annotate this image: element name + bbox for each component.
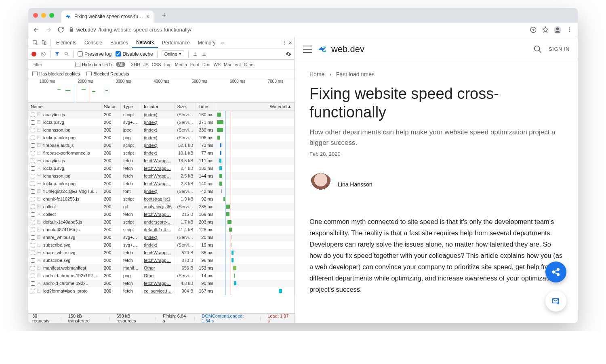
file-icon [37, 220, 42, 224]
filter-type-manifest[interactable]: Manifest [224, 62, 241, 67]
close-tab-icon[interactable]: × [146, 13, 149, 20]
forward-button[interactable] [44, 26, 53, 34]
table-row[interactable]: lockup-color.png200fetchfetchWrapp…2.8 k… [28, 180, 295, 188]
filter-type-media[interactable]: Media [175, 62, 187, 67]
column-name[interactable]: Name [28, 103, 101, 111]
table-row[interactable]: manifest.webmanifest200manif…Other656 B1… [28, 264, 295, 272]
column-size[interactable]: Size [175, 103, 196, 111]
table-row[interactable]: lockup-color.png200png(index)(Servi…106 … [28, 134, 295, 142]
minimize-window-button[interactable] [41, 13, 46, 18]
table-row[interactable]: lockup.svg200svg+…(index)(Servi…371 ms [28, 119, 295, 126]
disable-cache-checkbox[interactable]: Disable cache [116, 51, 153, 57]
search-icon[interactable] [64, 51, 69, 56]
bookmark-button[interactable] [541, 26, 549, 34]
devtools-close-icon[interactable]: × [288, 39, 292, 46]
filter-type-xhr[interactable]: XHR [131, 62, 140, 67]
close-window-button[interactable] [33, 13, 38, 18]
column-status[interactable]: Status [101, 103, 120, 111]
breadcrumb-category[interactable]: Fast load times [336, 71, 375, 77]
inspect-element-icon[interactable] [31, 37, 40, 48]
breadcrumb-home[interactable]: Home [309, 71, 324, 77]
table-row[interactable]: analytics.js200fetchfetchWrapp…18.5 kB11… [28, 157, 295, 165]
table-row[interactable]: firebase-performance.js200script(index)1… [28, 149, 295, 157]
column-initiator[interactable]: Initiator [141, 103, 175, 111]
blocked-requests-checkbox[interactable]: Blocked Requests [86, 71, 129, 76]
devtools-tab-elements[interactable]: Elements [52, 37, 80, 48]
column-waterfall[interactable]: Waterfall ▲ [216, 103, 295, 111]
file-icon [37, 250, 42, 255]
maximize-window-button[interactable] [49, 13, 54, 18]
table-row[interactable]: log?format=json_proto200fetchcc_service.… [28, 287, 295, 295]
browser-tab[interactable]: Fixing website speed cross-fu… × [61, 10, 154, 23]
back-button[interactable] [32, 26, 40, 34]
filter-type-ws[interactable]: WS [213, 62, 221, 67]
table-row[interactable]: collect200gifanalytics.js:36(Servi…235 m… [28, 203, 295, 211]
filter-type-js[interactable]: JS [143, 62, 149, 67]
profile-button[interactable] [553, 26, 562, 34]
svg-point-20 [38, 183, 40, 184]
filter-icon[interactable] [55, 51, 60, 56]
reload-button[interactable] [57, 26, 65, 34]
devtools-tab-performance[interactable]: Performance [158, 37, 194, 48]
table-row[interactable]: share_white.svg200fetchfetchWrapp…520 B8… [28, 249, 295, 257]
table-row[interactable]: firebase-auth.js200script(index)52.1 kB7… [28, 142, 295, 149]
table-row[interactable]: subscribe.svg200fetchfetchWrapp…870 B96 … [28, 257, 295, 264]
menu-button[interactable] [566, 26, 574, 34]
device-toolbar-icon[interactable] [40, 37, 48, 48]
file-icon [37, 189, 42, 194]
subscribe-button[interactable] [545, 291, 566, 312]
timeline-overview[interactable]: 1000 ms2000 ms3000 ms4000 ms5000 ms6000 … [28, 78, 295, 103]
table-row[interactable]: analytics.js200script(index)(Servi…160 m… [28, 111, 295, 119]
filter-type-css[interactable]: CSS [152, 62, 161, 67]
table-row[interactable]: chunk-fc110256.js200scriptbootstrap.js:1… [28, 195, 295, 203]
record-button[interactable] [32, 52, 36, 56]
import-har-icon[interactable] [193, 52, 198, 56]
filter-type-img[interactable]: Img [164, 62, 171, 67]
column-time[interactable]: Time [196, 103, 216, 111]
status-load: Load: 1.97 s [267, 314, 290, 323]
hide-data-urls-checkbox[interactable]: Hide data URLs [75, 62, 114, 67]
table-row[interactable]: collect200fetchfetchWrapp…215 B169 ms [28, 211, 295, 218]
devtools-tab-console[interactable]: Console [80, 37, 106, 48]
table-row[interactable]: lchansson.jpg200fetchfetchWrapp…2.5 kB14… [28, 172, 295, 180]
clear-button[interactable] [40, 51, 46, 57]
table-row[interactable]: lchansson.jpg200jpeg(index)(Servi…339 ms [28, 126, 295, 134]
more-tabs-icon[interactable]: » [221, 37, 224, 48]
table-row[interactable]: android-chrome-192x192.…200pngOther(Serv… [28, 272, 295, 280]
table-row[interactable]: share_white.svg200svg+…(index)(Servi…20 … [28, 234, 295, 241]
hamburger-icon[interactable] [303, 46, 312, 53]
devtools-tab-sources[interactable]: Sources [106, 37, 132, 48]
address-bar[interactable]: web.dev/fixing-website-speed-cross-funct… [69, 27, 525, 33]
filter-all-button[interactable]: All [116, 62, 125, 67]
filter-type-font[interactable]: Font [190, 62, 199, 67]
filter-type-other[interactable]: Other [244, 62, 255, 67]
devtools-tab-network[interactable]: Network [132, 37, 158, 48]
author-name[interactable]: Lina Hansson [338, 181, 372, 188]
filter-input[interactable] [32, 62, 73, 67]
signin-link[interactable]: SIGN IN [549, 46, 570, 52]
file-icon [37, 128, 42, 132]
preserve-log-checkbox[interactable]: Preserve log [78, 51, 112, 57]
table-row[interactable]: chunk-48741f6b.js200scriptdefault-1e4…41… [28, 226, 295, 234]
column-type[interactable]: Type [120, 103, 141, 111]
share-button[interactable] [545, 261, 566, 282]
tab-title: Fixing website speed cross-fu… [74, 14, 143, 19]
search-icon[interactable] [533, 45, 542, 54]
export-har-icon[interactable] [202, 52, 206, 56]
network-settings-icon[interactable] [286, 51, 291, 57]
new-tab-button[interactable]: + [159, 10, 169, 20]
table-row[interactable]: default-1e40abd5.js200scriptunderscore-…… [28, 218, 295, 226]
table-row[interactable]: flUhRq6tzZclQEJ-Vdg-Iui…200font(index)(S… [28, 188, 295, 195]
site-logo[interactable]: web.dev [318, 44, 364, 54]
table-row[interactable]: subscribe.svg200svg+…(index)(Servi…19 ms [28, 241, 295, 249]
has-blocked-cookies-checkbox[interactable]: Has blocked cookies [32, 71, 80, 76]
svg-point-18 [38, 167, 40, 169]
throttle-select[interactable]: Online▾ [162, 50, 184, 57]
install-button[interactable] [529, 26, 537, 34]
devtools-dock-icon[interactable]: ⋮ [282, 40, 287, 46]
filter-type-doc[interactable]: Doc [202, 62, 210, 67]
status-finish: Finish: 6.84 s [163, 314, 187, 323]
table-row[interactable]: android-chrome-192x…200fetchfetchWrapp…4… [28, 280, 295, 287]
devtools-tab-memory[interactable]: Memory [194, 37, 219, 48]
table-row[interactable]: lockup.svg200fetchfetchWrapp…2.4 kB132 m… [28, 165, 295, 172]
